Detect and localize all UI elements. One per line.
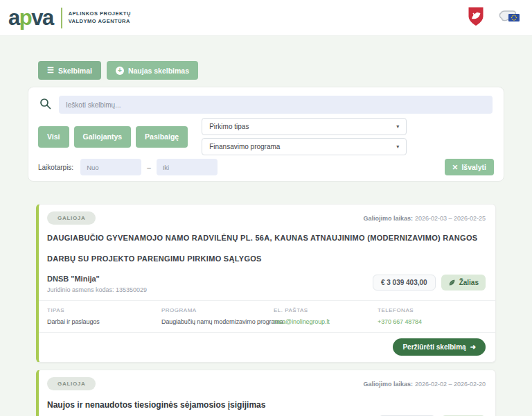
arrow-right-icon: ➜ — [470, 343, 476, 351]
validity-dates: 2026-02-02 – 2026-02-20 — [415, 381, 486, 388]
organization-code: Juridinio asmens kodas: 135350029 — [47, 286, 147, 293]
search-icon — [39, 98, 51, 112]
logo-letter-green: p — [19, 6, 31, 30]
validity-period: Galiojimo laikas:2026-02-03 – 2026-02-25 — [363, 215, 486, 222]
chevron-down-icon: ▾ — [396, 144, 399, 150]
field-programa: PROGRAMA Daugiabučių namų modernizavimo … — [161, 307, 274, 325]
filter-visi-button[interactable]: Visi — [38, 126, 69, 148]
period-label: Laikotarpis: — [38, 164, 73, 171]
field-label: PROGRAMA — [161, 307, 274, 313]
tab-skelbimai[interactable]: ☰ Skelbimai — [38, 61, 101, 80]
announcement-card: GALIOJA Galiojimo laikas:2026-02-03 – 20… — [36, 204, 496, 363]
announcement-title: Naujos ir nenaudotos tiesioginės sėjamos… — [47, 400, 486, 410]
field-tipas: TIPAS Darbai ir paslaugos — [47, 307, 161, 325]
green-label: Žalias — [459, 279, 479, 286]
tab-label: Skelbimai — [58, 67, 92, 75]
logo-letter: a — [8, 6, 19, 30]
date-from-input[interactable] — [80, 159, 141, 175]
validity-label: Galiojimo laikas: — [363, 215, 413, 222]
field-label: EL. PAŠTAS — [274, 307, 378, 313]
filter-pasibaige-button[interactable]: Pasibaigę — [136, 126, 188, 148]
validity-period: Galiojimo laikas:2026-02-02 – 2026-02-20 — [363, 381, 486, 388]
amount-badge: € 3 039 403,00 — [373, 275, 436, 291]
status-badge: GALIOJA — [47, 377, 96, 390]
status-badge: GALIOJA — [47, 211, 96, 225]
tab-label: Naujas skelbimas — [128, 67, 189, 75]
validity-label: Galiojimo laikas: — [363, 381, 413, 388]
filter-galiojantys-button[interactable]: Galiojantys — [74, 126, 132, 148]
pirkimo-tipas-select[interactable]: Pirkimo tipas ▾ — [202, 118, 407, 135]
divider — [39, 300, 495, 301]
field-value: Darbai ir paslaugos — [47, 318, 161, 325]
date-to-input[interactable] — [157, 159, 218, 175]
filter-panel: Visi Galiojantys Pasibaigę Pirkimo tipas… — [28, 87, 504, 182]
logo-subtitle-line2: VALDYMO AGENTŪRA — [69, 18, 131, 26]
field-el-pastas: EL. PAŠTAS rasa@inolinegroup.lt — [274, 307, 378, 325]
announcement-card: GALIOJA Galiojimo laikas:2026-02-02 – 20… — [36, 370, 496, 416]
range-dash: – — [147, 164, 151, 171]
close-icon: ✕ — [452, 163, 459, 171]
select-value: Pirkimo tipas — [209, 123, 249, 130]
search-input[interactable] — [59, 96, 493, 114]
green-status-badge: Žalias — [441, 275, 486, 291]
validity-dates: 2026-02-03 – 2026-02-25 — [415, 215, 486, 222]
status-filter-group: Visi Galiojantys Pasibaigę — [38, 126, 188, 148]
view-announcement-button[interactable]: Peržiūrėti skelbimą ➜ — [393, 338, 486, 356]
eu-flag-icon[interactable] — [499, 8, 521, 28]
organization-block: DNSB "Minija" Juridinio asmens kodas: 13… — [47, 275, 147, 293]
plus-icon: + — [116, 67, 124, 75]
email-link[interactable]: rasa@inolinegroup.lt — [274, 318, 378, 325]
leaf-icon — [448, 279, 456, 286]
field-label: TIPAS — [47, 307, 161, 313]
tab-naujas-skelbimas[interactable]: + Naujas skelbimas — [107, 61, 198, 80]
organization-name: DNSB "Minija" — [47, 275, 147, 283]
field-value: Daugiabučių namų modernizavimo programa — [161, 318, 274, 325]
logo-subtitle-line1: APLINKOS PROJEKTŲ — [69, 10, 131, 18]
view-label: Peržiūrėti skelbimą — [402, 343, 466, 351]
lithuania-coat-of-arms-icon[interactable] — [467, 6, 485, 30]
chevron-down-icon: ▾ — [396, 123, 399, 130]
clear-label: Išvalyti — [461, 163, 486, 171]
list-icon: ☰ — [47, 67, 54, 74]
field-telefonas: TELEFONAS +370 667 48784 — [378, 307, 422, 325]
finansavimo-programa-select[interactable]: Finansavimo programa ▾ — [202, 138, 407, 155]
announcement-title: DAUGIABUČIO GYVENAMOJO NAMO RADVILĖNŲ PL… — [47, 227, 486, 269]
phone-link[interactable]: +370 667 48784 — [378, 318, 422, 325]
logo-subtitle: APLINKOS PROJEKTŲ VALDYMO AGENTŪRA — [69, 10, 131, 25]
clear-filters-button[interactable]: ✕ Išvalyti — [445, 159, 494, 175]
logo-divider — [61, 8, 62, 28]
logo-letter: va — [31, 6, 53, 30]
select-value: Finansavimo programa — [209, 143, 280, 150]
field-label: TELEFONAS — [378, 307, 422, 313]
tab-bar: ☰ Skelbimai + Naujas skelbimas — [28, 61, 504, 80]
app-header: apva APLINKOS PROJEKTŲ VALDYMO AGENTŪRA — [0, 0, 532, 36]
apva-logo: apva — [8, 7, 53, 28]
